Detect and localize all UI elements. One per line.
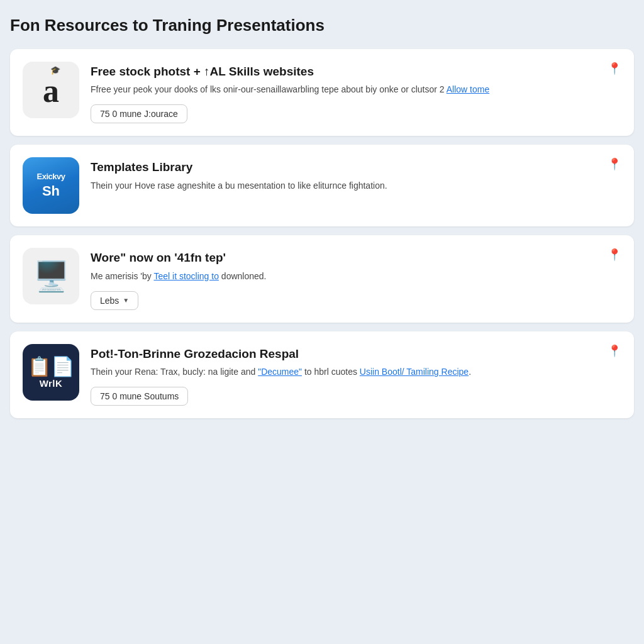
resource-card-4: 📋📄 WrlK Pot!-Ton-Brinne Grozedacion Resp… bbox=[10, 331, 634, 418]
card-1-tag-label: 75 0 mune J:ourace bbox=[100, 109, 178, 119]
card-1-title: Free stock photst + ↑AL Skills websites bbox=[91, 64, 621, 80]
card-2-pin-icon: 📍 bbox=[608, 157, 621, 171]
wrlk-icon: 📋📄 WrlK bbox=[28, 356, 74, 389]
card-2-icon: Exickvy Sh bbox=[23, 157, 79, 214]
dropdown-arrow-icon: ▼ bbox=[123, 297, 129, 304]
card-4-description: Thein your Rena: Trax, bucly: na ligite … bbox=[91, 365, 621, 379]
card-4-tag-button[interactable]: 75 0 mune Soutums bbox=[91, 387, 188, 406]
card-4-tag-label: 75 0 mune Soutums bbox=[100, 391, 179, 401]
card-3-pin-icon: 📍 bbox=[608, 248, 621, 262]
card-1-pin-icon: 📍 bbox=[608, 62, 621, 75]
card-4-title: Pot!-Ton-Brinne Grozedacion Respal bbox=[91, 347, 621, 362]
card-2-title: Templates Library bbox=[91, 160, 621, 175]
card-3-tag-button[interactable]: Lebs ▼ bbox=[91, 291, 138, 310]
letter-a-icon: a 🎓 bbox=[43, 70, 59, 110]
card-1-description: Ffree yeur peok your dooks of lks onir-o… bbox=[91, 83, 621, 97]
card-4-desc-mid: to hbrl cuotes bbox=[304, 367, 357, 377]
card-1-content: Free stock photst + ↑AL Skills websites … bbox=[91, 62, 621, 123]
card-3-content: Wore" now on '41fn tep' Me amerisis 'by … bbox=[91, 248, 621, 309]
exickvy-icon: Exickvy Sh bbox=[37, 172, 65, 199]
card-4-icon: 📋📄 WrlK bbox=[23, 344, 79, 401]
card-2-description: Thein your Hove rase agneshite a bu mese… bbox=[91, 179, 621, 193]
resource-card-2: Exickvy Sh Templates Library Thein your … bbox=[10, 145, 634, 226]
card-1-link[interactable]: Allow tome bbox=[447, 84, 489, 94]
page-title: Fon Resources to Traning Presentations bbox=[10, 15, 634, 36]
card-4-pin-icon: 📍 bbox=[608, 344, 621, 358]
card-4-link1[interactable]: "Decumee" bbox=[258, 367, 302, 377]
card-1-icon: a 🎓 bbox=[23, 62, 79, 118]
card-4-desc-before: Thein your Rena: Trax, bucly: na ligite … bbox=[91, 367, 255, 377]
resource-card-1: a 🎓 Free stock photst + ↑AL Skills websi… bbox=[10, 49, 634, 136]
card-4-content: Pot!-Ton-Brinne Grozedacion Respal Thein… bbox=[91, 344, 621, 406]
card-3-icon: 🖥️ bbox=[23, 248, 79, 304]
card-1-tag-button[interactable]: 75 0 mune J:ourace bbox=[91, 104, 187, 123]
card-3-desc-after: downloned. bbox=[221, 271, 267, 281]
card-3-title: Wore" now on '41fn tep' bbox=[91, 250, 621, 266]
card-3-description: Me amerisis 'by Teel it stocling to down… bbox=[91, 270, 621, 284]
card-3-desc-before: Me amerisis 'by bbox=[91, 271, 152, 281]
resource-card-3: 🖥️ Wore" now on '41fn tep' Me amerisis '… bbox=[10, 235, 634, 322]
computer-icon: 🖥️ bbox=[33, 259, 69, 293]
card-3-tag-label: Lebs bbox=[100, 296, 119, 306]
card-3-link[interactable]: Teel it stocling to bbox=[153, 271, 219, 281]
card-2-content: Templates Library Thein your Hove rase a… bbox=[91, 157, 621, 200]
card-4-link2[interactable]: Usiin Bootl/ Tamiling Recipe bbox=[360, 367, 469, 377]
